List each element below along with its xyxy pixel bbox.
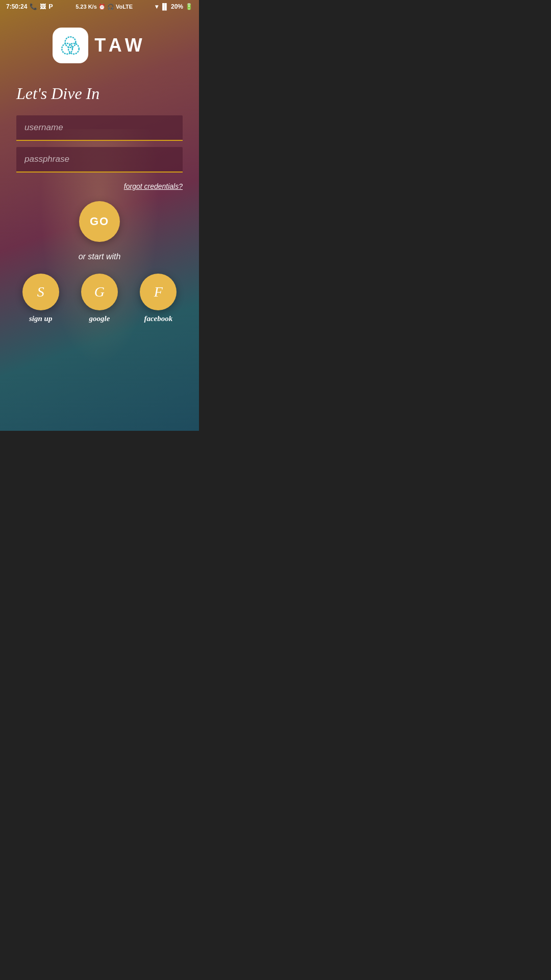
facebook-item[interactable]: F facebook xyxy=(134,274,183,323)
facebook-label: facebook xyxy=(144,314,172,323)
battery-level: 20% xyxy=(171,3,183,10)
or-text: or start with xyxy=(79,252,121,261)
signup-letter: S xyxy=(37,284,44,300)
google-item[interactable]: G google xyxy=(75,274,123,323)
facebook-button[interactable]: F xyxy=(140,274,177,310)
signup-button[interactable]: S xyxy=(22,274,59,310)
google-label: google xyxy=(89,314,110,323)
social-row: S sign up G google F facebook xyxy=(16,274,183,323)
google-button[interactable]: G xyxy=(81,274,118,310)
facebook-letter: F xyxy=(154,284,163,300)
signup-item[interactable]: S sign up xyxy=(16,274,65,323)
svg-point-2 xyxy=(68,43,79,54)
svg-point-1 xyxy=(62,43,73,54)
network-speed: 5.23 K/s xyxy=(76,4,97,10)
status-right: ▾ ▐▌ 20% 🔋 xyxy=(155,3,193,10)
username-input[interactable] xyxy=(16,115,183,141)
google-letter: G xyxy=(94,284,105,300)
username-group xyxy=(16,115,183,141)
password-input[interactable] xyxy=(16,147,183,173)
go-button[interactable]: GO xyxy=(79,201,120,242)
wifi-icon: ▾ xyxy=(155,3,158,10)
taw-logo-svg xyxy=(58,33,83,58)
app-logo-icon xyxy=(53,28,88,63)
signal-icon: ▐▌ xyxy=(160,3,169,10)
signup-label: sign up xyxy=(29,314,52,323)
tagline: Let's Dive In xyxy=(16,84,183,103)
app-name: TAW xyxy=(94,35,146,56)
forgot-credentials-link[interactable]: forgot credentials? xyxy=(124,182,183,190)
password-group xyxy=(16,147,183,173)
status-bar: 7:50:24 📞 🖼 𝗣 5.23 K/s ⏰ 🎧 VoLTE ▾ ▐▌ 20… xyxy=(0,0,199,12)
svg-point-0 xyxy=(65,37,76,47)
status-center: 5.23 K/s ⏰ 🎧 VoLTE xyxy=(76,4,133,10)
parking-icon: 𝗣 xyxy=(48,3,53,10)
battery-icon: 🔋 xyxy=(185,3,193,10)
status-left: 7:50:24 📞 🖼 𝗣 xyxy=(6,3,53,10)
logo-area: TAW xyxy=(53,28,146,63)
main-content: TAW Let's Dive In forgot credentials? GO… xyxy=(0,12,199,428)
image-icon: 🖼 xyxy=(40,3,46,10)
time: 7:50:24 xyxy=(6,3,27,10)
phone-icon: 📞 xyxy=(30,3,37,10)
forgot-link-container: forgot credentials? xyxy=(16,182,183,191)
